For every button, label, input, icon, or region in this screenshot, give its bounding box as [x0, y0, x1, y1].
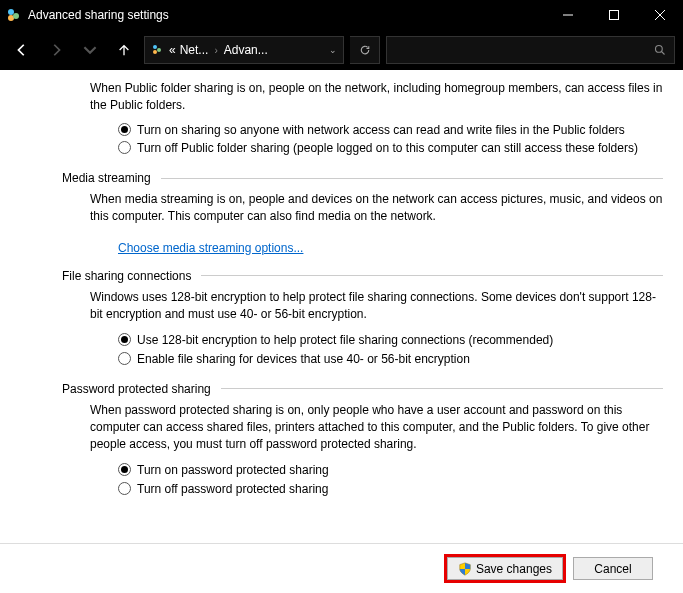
recent-dropdown-icon[interactable] — [76, 36, 104, 64]
cancel-label: Cancel — [594, 562, 631, 576]
up-button[interactable] — [110, 36, 138, 64]
enc40-label: Enable file sharing for devices that use… — [137, 351, 470, 368]
network-icon — [151, 43, 165, 57]
divider — [221, 388, 663, 389]
public-off-label: Turn off Public folder sharing (people l… — [137, 140, 638, 157]
network-icon — [6, 7, 22, 23]
minimize-button[interactable] — [545, 0, 591, 30]
media-desc: When media streaming is on, people and d… — [90, 191, 663, 225]
forward-button[interactable] — [42, 36, 70, 64]
back-button[interactable] — [8, 36, 36, 64]
filesharing-desc: Windows uses 128-bit encryption to help … — [90, 289, 663, 323]
pw-off-label: Turn off password protected sharing — [137, 481, 328, 498]
pw-on-label: Turn on password protected sharing — [137, 462, 329, 479]
search-input[interactable] — [386, 36, 675, 64]
save-label: Save changes — [476, 562, 552, 576]
password-desc: When password protected sharing is on, o… — [90, 402, 663, 452]
enc128-radio[interactable] — [118, 333, 131, 346]
search-icon — [654, 44, 666, 56]
breadcrumb-seg2[interactable]: Advan... — [224, 43, 268, 57]
chevron-down-icon[interactable]: ⌄ — [329, 45, 337, 55]
password-title: Password protected sharing — [62, 382, 211, 396]
footer: Save changes Cancel — [0, 543, 683, 593]
titlebar: Advanced sharing settings — [0, 0, 683, 30]
media-options-link[interactable]: Choose media streaming options... — [118, 241, 303, 255]
breadcrumb-prefix: « — [169, 43, 176, 57]
divider — [161, 178, 663, 179]
content-area: When Public folder sharing is on, people… — [0, 70, 683, 543]
svg-line-5 — [662, 52, 665, 55]
public-on-radio[interactable] — [118, 123, 131, 136]
public-on-label: Turn on sharing so anyone with network a… — [137, 122, 625, 139]
svg-point-4 — [656, 46, 663, 53]
shield-icon — [458, 562, 472, 576]
chevron-right-icon[interactable]: › — [214, 45, 217, 56]
svg-rect-1 — [610, 11, 619, 20]
media-title: Media streaming — [62, 171, 151, 185]
public-folder-desc: When Public folder sharing is on, people… — [90, 80, 663, 114]
enc128-label: Use 128-bit encryption to help protect f… — [137, 332, 553, 349]
breadcrumb-seg1[interactable]: Net... — [180, 43, 209, 57]
pw-off-radio[interactable] — [118, 482, 131, 495]
window-title: Advanced sharing settings — [28, 8, 545, 22]
address-bar[interactable]: « Net... › Advan... ⌄ — [144, 36, 344, 64]
cancel-button[interactable]: Cancel — [573, 557, 653, 580]
refresh-button[interactable] — [350, 36, 380, 64]
public-off-radio[interactable] — [118, 141, 131, 154]
navbar: « Net... › Advan... ⌄ — [0, 30, 683, 70]
filesharing-title: File sharing connections — [62, 269, 191, 283]
enc40-radio[interactable] — [118, 352, 131, 365]
save-button[interactable]: Save changes — [447, 557, 563, 580]
close-button[interactable] — [637, 0, 683, 30]
maximize-button[interactable] — [591, 0, 637, 30]
divider — [201, 275, 663, 276]
pw-on-radio[interactable] — [118, 463, 131, 476]
